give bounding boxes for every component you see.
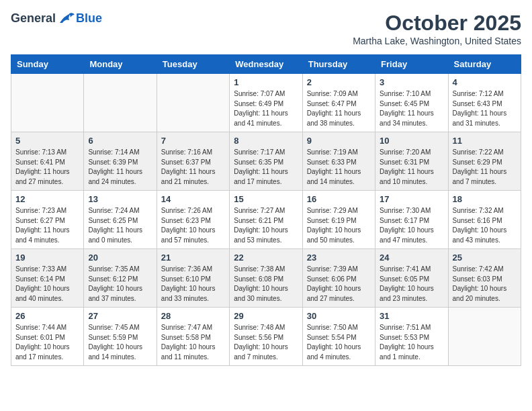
day-info: Sunrise: 7:30 AM Sunset: 6:17 PM Dayligh… — [380, 206, 443, 245]
day-number: 23 — [307, 253, 371, 263]
day-number: 30 — [307, 311, 371, 321]
calendar-week-row: 26Sunrise: 7:44 AM Sunset: 6:01 PM Dayli… — [11, 308, 521, 366]
calendar-day-cell: 26Sunrise: 7:44 AM Sunset: 6:01 PM Dayli… — [11, 308, 84, 366]
calendar-day-cell: 12Sunrise: 7:23 AM Sunset: 6:27 PM Dayli… — [11, 191, 84, 249]
calendar-header-sunday: Sunday — [11, 55, 84, 74]
calendar-header-monday: Monday — [84, 55, 157, 74]
day-number: 22 — [234, 253, 298, 263]
calendar-day-cell — [11, 74, 84, 132]
logo-blue-text: Blue — [76, 11, 102, 26]
day-number: 2 — [307, 77, 371, 87]
day-info: Sunrise: 7:42 AM Sunset: 6:03 PM Dayligh… — [453, 265, 517, 304]
calendar-day-cell: 3Sunrise: 7:10 AM Sunset: 6:45 PM Daylig… — [375, 74, 448, 132]
day-info: Sunrise: 7:35 AM Sunset: 6:12 PM Dayligh… — [88, 265, 152, 304]
day-number: 19 — [15, 253, 79, 263]
calendar-day-cell: 24Sunrise: 7:41 AM Sunset: 6:05 PM Dayli… — [375, 249, 448, 308]
day-number: 14 — [161, 194, 225, 204]
day-info: Sunrise: 7:23 AM Sunset: 6:27 PM Dayligh… — [15, 206, 79, 245]
day-info: Sunrise: 7:36 AM Sunset: 6:10 PM Dayligh… — [161, 265, 225, 304]
calendar-day-cell: 22Sunrise: 7:38 AM Sunset: 6:08 PM Dayli… — [230, 249, 302, 308]
calendar-day-cell: 2Sunrise: 7:09 AM Sunset: 6:47 PM Daylig… — [302, 74, 375, 132]
calendar-week-row: 1Sunrise: 7:07 AM Sunset: 6:49 PM Daylig… — [11, 74, 521, 132]
calendar-day-cell: 16Sunrise: 7:29 AM Sunset: 6:19 PM Dayli… — [302, 191, 375, 249]
day-number: 6 — [88, 136, 152, 146]
calendar-week-row: 12Sunrise: 7:23 AM Sunset: 6:27 PM Dayli… — [11, 191, 521, 249]
calendar-week-row: 19Sunrise: 7:33 AM Sunset: 6:14 PM Dayli… — [11, 249, 521, 308]
day-info: Sunrise: 7:33 AM Sunset: 6:14 PM Dayligh… — [15, 265, 79, 304]
calendar-day-cell: 13Sunrise: 7:24 AM Sunset: 6:25 PM Dayli… — [84, 191, 157, 249]
day-info: Sunrise: 7:14 AM Sunset: 6:39 PM Dayligh… — [88, 148, 152, 187]
calendar-day-cell: 11Sunrise: 7:22 AM Sunset: 6:29 PM Dayli… — [448, 132, 521, 191]
calendar-day-cell: 9Sunrise: 7:19 AM Sunset: 6:33 PM Daylig… — [302, 132, 375, 191]
calendar-header-friday: Friday — [375, 55, 448, 74]
title-section: October 2025 Martha Lake, Washington, Un… — [353, 11, 521, 46]
calendar-day-cell: 28Sunrise: 7:47 AM Sunset: 5:58 PM Dayli… — [157, 308, 229, 366]
logo-bird-icon — [57, 11, 76, 26]
calendar-week-row: 5Sunrise: 7:13 AM Sunset: 6:41 PM Daylig… — [11, 132, 521, 191]
day-number: 3 — [380, 77, 443, 87]
calendar-day-cell: 27Sunrise: 7:45 AM Sunset: 5:59 PM Dayli… — [84, 308, 157, 366]
calendar-day-cell: 19Sunrise: 7:33 AM Sunset: 6:14 PM Dayli… — [11, 249, 84, 308]
day-info: Sunrise: 7:12 AM Sunset: 6:43 PM Dayligh… — [453, 89, 517, 128]
day-number: 11 — [453, 136, 517, 146]
day-info: Sunrise: 7:48 AM Sunset: 5:56 PM Dayligh… — [234, 323, 298, 362]
day-info: Sunrise: 7:22 AM Sunset: 6:29 PM Dayligh… — [453, 148, 517, 187]
day-number: 5 — [15, 136, 79, 146]
calendar-day-cell: 23Sunrise: 7:39 AM Sunset: 6:06 PM Dayli… — [302, 249, 375, 308]
day-info: Sunrise: 7:50 AM Sunset: 5:54 PM Dayligh… — [307, 323, 371, 362]
calendar-table: SundayMondayTuesdayWednesdayThursdayFrid… — [11, 54, 521, 366]
calendar-day-cell: 31Sunrise: 7:51 AM Sunset: 5:53 PM Dayli… — [375, 308, 448, 366]
calendar-day-cell — [157, 74, 229, 132]
day-number: 17 — [380, 194, 443, 204]
calendar-day-cell: 5Sunrise: 7:13 AM Sunset: 6:41 PM Daylig… — [11, 132, 84, 191]
day-info: Sunrise: 7:09 AM Sunset: 6:47 PM Dayligh… — [307, 89, 371, 128]
calendar-header-wednesday: Wednesday — [230, 55, 302, 74]
day-info: Sunrise: 7:24 AM Sunset: 6:25 PM Dayligh… — [88, 206, 152, 245]
day-number: 25 — [453, 253, 517, 263]
day-number: 26 — [15, 311, 79, 321]
page-header: General Blue October 2025 Martha Lake, W… — [11, 11, 521, 46]
day-info: Sunrise: 7:07 AM Sunset: 6:49 PM Dayligh… — [234, 89, 298, 128]
day-number: 21 — [161, 253, 225, 263]
logo-general-text: General — [11, 11, 56, 26]
day-info: Sunrise: 7:44 AM Sunset: 6:01 PM Dayligh… — [15, 323, 79, 362]
calendar-day-cell: 14Sunrise: 7:26 AM Sunset: 6:23 PM Dayli… — [157, 191, 229, 249]
day-info: Sunrise: 7:26 AM Sunset: 6:23 PM Dayligh… — [161, 206, 225, 245]
calendar-day-cell: 17Sunrise: 7:30 AM Sunset: 6:17 PM Dayli… — [375, 191, 448, 249]
day-info: Sunrise: 7:29 AM Sunset: 6:19 PM Dayligh… — [307, 206, 371, 245]
day-number: 24 — [380, 253, 443, 263]
month-title: October 2025 — [353, 11, 521, 36]
day-number: 16 — [307, 194, 371, 204]
calendar-day-cell: 25Sunrise: 7:42 AM Sunset: 6:03 PM Dayli… — [448, 249, 521, 308]
day-number: 12 — [15, 194, 79, 204]
logo: General Blue — [11, 11, 102, 26]
day-info: Sunrise: 7:51 AM Sunset: 5:53 PM Dayligh… — [380, 323, 443, 362]
day-info: Sunrise: 7:13 AM Sunset: 6:41 PM Dayligh… — [15, 148, 79, 187]
day-info: Sunrise: 7:19 AM Sunset: 6:33 PM Dayligh… — [307, 148, 371, 187]
calendar-day-cell: 6Sunrise: 7:14 AM Sunset: 6:39 PM Daylig… — [84, 132, 157, 191]
calendar-day-cell: 20Sunrise: 7:35 AM Sunset: 6:12 PM Dayli… — [84, 249, 157, 308]
day-info: Sunrise: 7:10 AM Sunset: 6:45 PM Dayligh… — [380, 89, 443, 128]
calendar-day-cell — [448, 308, 521, 366]
day-info: Sunrise: 7:41 AM Sunset: 6:05 PM Dayligh… — [380, 265, 443, 304]
calendar-day-cell: 21Sunrise: 7:36 AM Sunset: 6:10 PM Dayli… — [157, 249, 229, 308]
calendar-day-cell: 18Sunrise: 7:32 AM Sunset: 6:16 PM Dayli… — [448, 191, 521, 249]
calendar-day-cell: 4Sunrise: 7:12 AM Sunset: 6:43 PM Daylig… — [448, 74, 521, 132]
calendar-day-cell: 1Sunrise: 7:07 AM Sunset: 6:49 PM Daylig… — [230, 74, 302, 132]
location-text: Martha Lake, Washington, United States — [353, 36, 521, 46]
day-number: 9 — [307, 136, 371, 146]
day-info: Sunrise: 7:47 AM Sunset: 5:58 PM Dayligh… — [161, 323, 225, 362]
day-info: Sunrise: 7:45 AM Sunset: 5:59 PM Dayligh… — [88, 323, 152, 362]
day-number: 28 — [161, 311, 225, 321]
calendar-day-cell: 8Sunrise: 7:17 AM Sunset: 6:35 PM Daylig… — [230, 132, 302, 191]
day-number: 7 — [161, 136, 225, 146]
calendar-header-row: SundayMondayTuesdayWednesdayThursdayFrid… — [11, 55, 521, 74]
day-number: 13 — [88, 194, 152, 204]
day-info: Sunrise: 7:39 AM Sunset: 6:06 PM Dayligh… — [307, 265, 371, 304]
day-number: 1 — [234, 77, 298, 87]
calendar-header-thursday: Thursday — [302, 55, 375, 74]
day-info: Sunrise: 7:16 AM Sunset: 6:37 PM Dayligh… — [161, 148, 225, 187]
day-number: 27 — [88, 311, 152, 321]
calendar-day-cell: 7Sunrise: 7:16 AM Sunset: 6:37 PM Daylig… — [157, 132, 229, 191]
day-number: 31 — [380, 311, 443, 321]
